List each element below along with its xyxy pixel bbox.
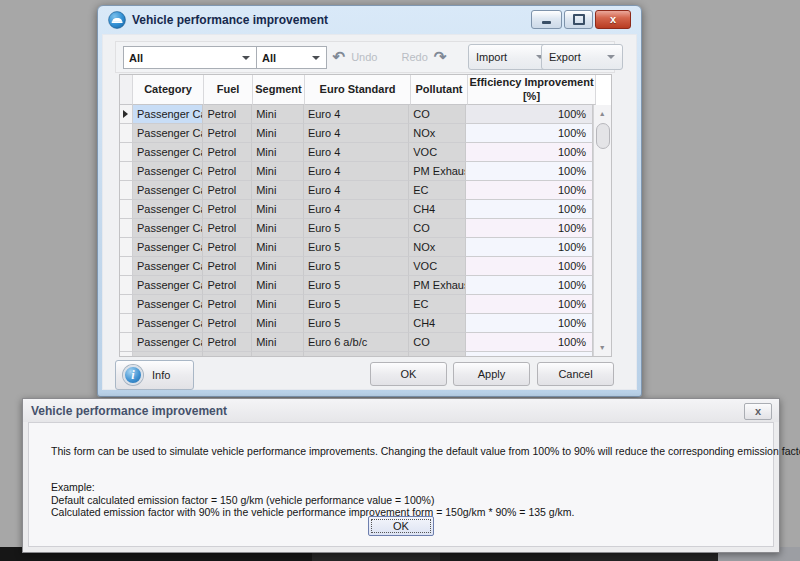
cell-segment: Mini [252,105,304,124]
row-indicator [120,143,133,162]
cell-euro-standard: Euro 5 [304,314,409,333]
cell-segment: Mini [252,162,304,181]
redo-button[interactable]: Redo ↷ [392,45,456,68]
column-header-pollutant[interactable]: Pollutant [411,75,468,105]
cell-efficiency[interactable]: 100% [466,352,593,356]
export-button[interactable]: Export [541,44,623,70]
table-row[interactable]: Passenger Cars Petrol Mini Euro 5 NOx 10… [120,238,593,257]
cell-segment: Mini [252,314,304,333]
apply-button[interactable]: Apply [453,362,530,386]
cell-euro-standard: Euro 6 a/b/c [304,352,409,356]
table-row[interactable]: Passenger Cars Petrol Mini Euro 4 PM Exh… [120,162,593,181]
column-header-segment[interactable]: Segment [253,75,305,105]
row-indicator [120,219,133,238]
minimize-icon [542,21,551,24]
info-dialog-close-button[interactable]: x [744,403,772,420]
scroll-down-icon[interactable]: ▼ [594,340,610,355]
example-line-1: Default calculated emission factor = 150… [51,494,765,507]
cell-pollutant: CO [409,333,466,352]
info-ok-button[interactable]: OK [368,516,434,536]
cell-fuel: Petrol [203,238,252,257]
info-button[interactable]: i Info [115,360,194,390]
table-row[interactable]: Passenger Cars Petrol Mini Euro 5 VOC 10… [120,257,593,276]
cancel-button[interactable]: Cancel [537,362,614,386]
chevron-down-icon [242,56,250,60]
cell-efficiency[interactable]: 100% [466,314,593,333]
undo-icon: ↶ [333,49,346,64]
table-row[interactable]: Passenger Cars Petrol Mini Euro 4 NOx 10… [120,124,593,143]
cell-fuel: Petrol [203,314,252,333]
cell-fuel: Petrol [203,333,252,352]
cell-efficiency[interactable]: 100% [466,105,593,124]
cell-efficiency[interactable]: 100% [466,143,593,162]
table-row[interactable]: Passenger Cars Petrol Mini Euro 5 EC 100… [120,295,593,314]
close-button[interactable]: x [595,10,631,29]
scroll-up-icon[interactable]: ▲ [594,106,610,121]
maximize-button[interactable] [564,10,593,29]
cell-euro-standard: Euro 6 a/b/c [304,333,409,352]
scrollbar-thumb[interactable] [596,123,610,149]
row-indicator [120,238,133,257]
import-button[interactable]: Import [468,44,552,70]
cell-efficiency[interactable]: 100% [466,162,593,181]
cell-pollutant: PM Exhaust [409,162,466,181]
column-header-efficiency[interactable]: Efficiency Improvement [%] [468,75,596,105]
cell-pollutant: NOx [409,238,466,257]
cell-category: Passenger Cars [133,314,204,333]
cell-pollutant: CO [409,219,466,238]
cell-euro-standard: Euro 5 [304,295,409,314]
close-icon: x [755,406,761,417]
column-header-fuel[interactable]: Fuel [204,75,253,105]
column-header-category[interactable]: Category [133,75,204,105]
row-indicator [120,314,133,333]
cell-segment: Mini [252,333,304,352]
vertical-scrollbar[interactable]: ▲ ▼ [593,105,611,356]
cell-efficiency[interactable]: 100% [466,276,593,295]
cell-category: Passenger Cars [133,105,204,124]
cell-efficiency[interactable]: 100% [466,219,593,238]
cell-category: Passenger Cars [133,295,204,314]
cell-efficiency[interactable]: 100% [466,200,593,219]
cell-category: Passenger Cars [133,352,204,356]
cell-efficiency[interactable]: 100% [466,257,593,276]
table-row[interactable]: Passenger Cars Petrol Mini Euro 5 CH4 10… [120,314,593,333]
cell-euro-standard: Euro 4 [304,200,409,219]
cell-efficiency[interactable]: 100% [466,124,593,143]
table-row[interactable]: Passenger Cars Petrol Mini Euro 4 VOC 10… [120,143,593,162]
cell-efficiency[interactable]: 100% [466,295,593,314]
row-indicator [120,124,133,143]
minimize-button[interactable] [531,10,562,29]
cell-fuel: Petrol [203,257,252,276]
cell-segment: Mini [252,238,304,257]
client-area: All All ↶ Undo Redo ↷ Import [102,34,637,390]
ok-button[interactable]: OK [370,362,447,386]
column-header-euro-standard[interactable]: Euro Standard [305,75,411,105]
example-heading: Example: [51,481,765,494]
redo-label: Redo [402,51,428,63]
row-indicator-header [120,75,133,105]
window-title: Vehicle performance improvement [132,13,328,27]
info-dialog-titlebar[interactable]: Vehicle performance improvement [23,399,779,422]
table-row[interactable]: Passenger Cars Petrol Mini Euro 4 CH4 10… [120,200,593,219]
table-row[interactable]: Passenger Cars Petrol Mini Euro 5 CO 100… [120,219,593,238]
cell-segment: Mini [252,200,304,219]
pollutant-filter-dropdown[interactable]: All [256,46,327,69]
cell-segment: Mini [252,257,304,276]
cell-euro-standard: Euro 4 [304,124,409,143]
cell-fuel: Petrol [203,276,252,295]
cell-pollutant: NOx [409,352,466,356]
cell-category: Passenger Cars [133,333,204,352]
undo-button[interactable]: ↶ Undo [322,45,388,68]
cell-efficiency[interactable]: 100% [466,181,593,200]
row-indicator [120,295,133,314]
table-row[interactable]: Passenger Cars Petrol Mini Euro 6 a/b/c … [120,333,593,352]
cell-efficiency[interactable]: 100% [466,333,593,352]
table-row[interactable]: Passenger Cars Petrol Mini Euro 6 a/b/c … [120,352,593,356]
cell-efficiency[interactable]: 100% [466,238,593,257]
table-row[interactable]: Passenger Cars Petrol Mini Euro 5 PM Exh… [120,276,593,295]
table-row[interactable]: Passenger Cars Petrol Mini Euro 4 EC 100… [120,181,593,200]
car-app-icon [108,11,126,29]
table-row[interactable]: Passenger Cars Petrol Mini Euro 4 CO 100… [120,105,593,124]
cell-segment: Mini [252,276,304,295]
category-filter-dropdown[interactable]: All [123,46,257,69]
